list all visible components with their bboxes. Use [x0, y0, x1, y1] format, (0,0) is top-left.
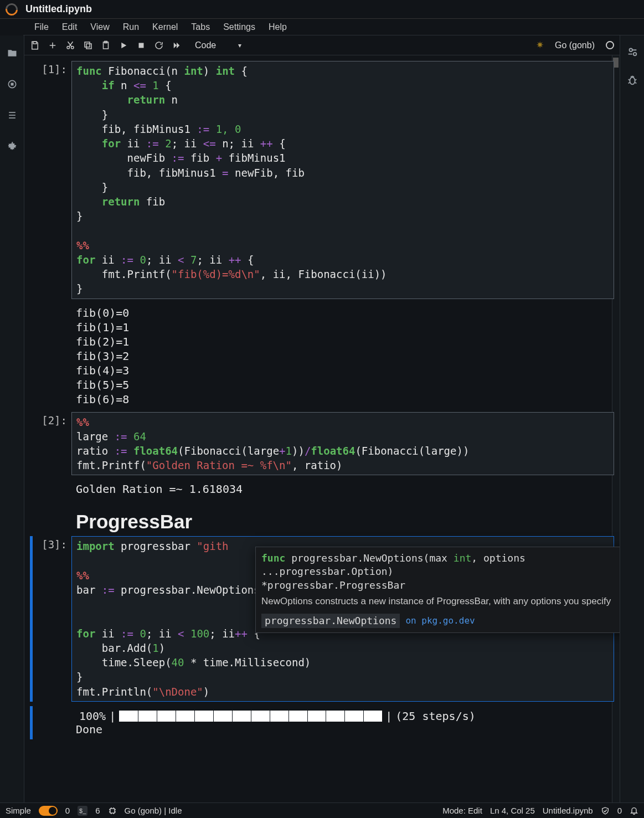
debugger-icon[interactable] [626, 74, 638, 86]
status-mode[interactable]: Mode: Edit [442, 806, 482, 815]
cell-1-code[interactable]: func Fibonacci(n int) int { if n <= 1 { … [71, 61, 614, 299]
menu-view[interactable]: View [84, 20, 116, 34]
status-filename[interactable]: Untitled.ipynb [543, 806, 593, 815]
notebook-filename[interactable]: Untitled.ipynb [25, 3, 92, 15]
cell-2-output: Golden Ration =~ 1.618034 [71, 480, 614, 502]
done-line: Done [76, 723, 610, 736]
menu-help[interactable]: Help [262, 20, 293, 34]
chevron-down-icon: ▾ [238, 42, 241, 49]
markdown-heading[interactable]: ProgressBar [71, 502, 614, 536]
svg-marker-16 [174, 42, 177, 48]
progress-percent: 100% [79, 709, 106, 723]
cut-icon[interactable] [65, 40, 75, 50]
copy-icon[interactable] [83, 40, 93, 50]
kernel-chip-icon[interactable] [108, 806, 117, 815]
status-simple[interactable]: Simple [6, 806, 31, 815]
status-zero[interactable]: 0 [65, 806, 70, 815]
notebook-toolbar: Code ▾ ✷ Go (gonb) [24, 35, 620, 55]
svg-rect-1 [11, 83, 13, 85]
title-bar: Untitled.ipynb [0, 0, 644, 19]
restart-icon[interactable] [154, 40, 164, 50]
run-icon[interactable] [119, 40, 128, 50]
property-inspector-icon[interactable] [626, 45, 638, 58]
status-notifications[interactable]: 0 [617, 806, 622, 815]
bell-icon[interactable] [630, 806, 638, 815]
cell-type-label: Code [195, 40, 216, 50]
status-kernel[interactable]: Go (gonb) | Idle [125, 806, 182, 815]
status-bar: Simple 0 $_ 6 Go (gonb) | Idle Mode: Edi… [0, 802, 644, 818]
menu-settings[interactable]: Settings [217, 20, 262, 34]
status-six[interactable]: 6 [95, 806, 100, 815]
signature-tooltip: func progressbar.NewOptions(max int, opt… [255, 547, 620, 633]
tooltip-description: NewOptions constructs a new instance of … [261, 595, 620, 608]
menu-run[interactable]: Run [116, 20, 146, 34]
cell-3-prompt: [3]: [33, 536, 71, 701]
cell-3-output-wrap: 100% | | (25 steps/s) Done [30, 706, 614, 739]
svg-point-20 [630, 78, 635, 85]
right-activity-bar [620, 35, 644, 802]
paste-icon[interactable] [101, 40, 111, 50]
restart-run-icon[interactable] [172, 40, 182, 50]
extensions-icon[interactable] [7, 141, 18, 152]
status-cursor[interactable]: Ln 4, Col 25 [490, 806, 535, 815]
kernel-status-icon[interactable] [606, 41, 614, 49]
cell-2: [2]: %% large := 64 ratio := float64(Fib… [30, 412, 614, 476]
stop-icon[interactable] [136, 40, 146, 50]
svg-point-18 [629, 49, 632, 52]
tooltip-doc-link[interactable]: on pkg.go.dev [405, 615, 475, 627]
progress-bar [119, 711, 382, 722]
svg-rect-11 [85, 42, 90, 47]
cell-2-prompt: [2]: [30, 412, 71, 476]
toc-icon[interactable] [7, 110, 18, 121]
progress-line: 100% | | (25 steps/s) [76, 709, 610, 723]
menu-kernel[interactable]: Kernel [146, 20, 184, 34]
svg-marker-14 [121, 42, 126, 48]
save-icon[interactable] [30, 40, 40, 50]
kernel-name[interactable]: Go (gonb) [555, 40, 595, 50]
svg-rect-10 [86, 44, 91, 49]
menu-tabs[interactable]: Tabs [184, 20, 217, 34]
notebook-area: Code ▾ ✷ Go (gonb) [1]: func Fibonacci(n… [24, 35, 620, 802]
trust-icon[interactable]: ✷ [536, 39, 544, 51]
cell-type-selector[interactable]: Code ▾ [189, 39, 247, 52]
svg-rect-21 [110, 809, 115, 813]
menu-file[interactable]: File [28, 20, 55, 34]
cell-1: [1]: func Fibonacci(n int) int { if n <=… [30, 61, 614, 299]
tooltip-signature: func progressbar.NewOptions(max int, opt… [261, 552, 620, 592]
tooltip-footer: progressbar.NewOptions on pkg.go.dev [261, 614, 620, 628]
simple-toggle[interactable] [39, 806, 58, 816]
svg-rect-15 [139, 43, 144, 48]
menu-bar: File Edit View Run Kernel Tabs Settings … [23, 19, 644, 35]
svg-marker-17 [177, 42, 179, 48]
left-activity-bar [0, 35, 24, 802]
svg-rect-5 [33, 42, 37, 44]
svg-point-19 [633, 53, 636, 56]
shield-icon[interactable] [601, 806, 610, 815]
notebook-body[interactable]: [1]: func Fibonacci(n int) int { if n <=… [24, 55, 620, 802]
jupyter-logo-icon [3, 1, 20, 18]
cell-2-code[interactable]: %% large := 64 ratio := float64(Fibonacc… [71, 412, 614, 476]
tooltip-symbol: progressbar.NewOptions [261, 614, 400, 628]
menu-edit[interactable]: Edit [55, 20, 84, 34]
cell-1-output: fib(0)=0 fib(1)=1 fib(2)=1 fib(3)=2 fib(… [71, 303, 614, 412]
running-icon[interactable] [7, 79, 18, 90]
folder-icon[interactable] [7, 48, 18, 59]
progress-rate: (25 steps/s) [395, 709, 476, 723]
terminal-icon[interactable]: $_ [78, 806, 87, 816]
cell-1-prompt: [1]: [30, 61, 71, 299]
add-cell-icon[interactable] [48, 40, 58, 50]
